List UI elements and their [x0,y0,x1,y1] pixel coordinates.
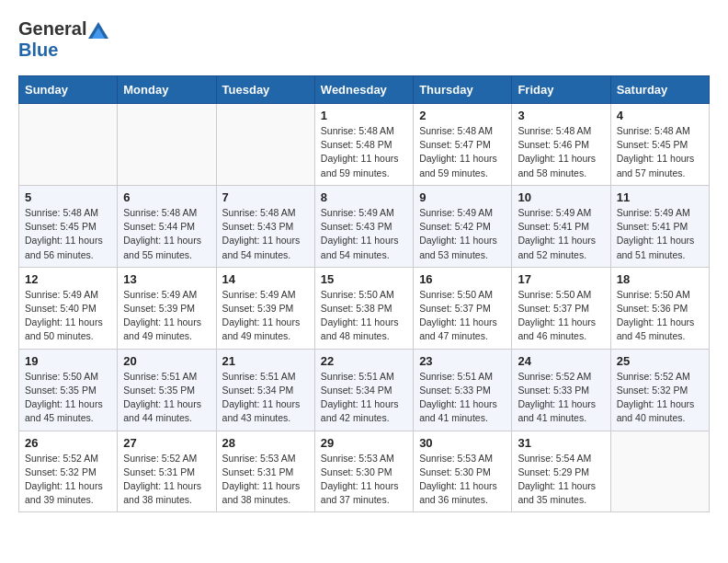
day-number: 6 [123,190,210,204]
calendar-cell: 29Sunrise: 5:53 AMSunset: 5:30 PMDayligh… [314,431,413,512]
day-info: Sunrise: 5:49 AMSunset: 5:39 PMDaylight:… [222,288,309,344]
day-number: 20 [123,354,210,368]
day-info: Sunrise: 5:49 AMSunset: 5:41 PMDaylight:… [518,206,604,262]
day-number: 12 [25,272,111,286]
logo: General Blue [18,18,108,61]
calendar-cell: 6Sunrise: 5:48 AMSunset: 5:44 PMDaylight… [118,185,216,267]
day-number: 23 [419,354,506,368]
day-info: Sunrise: 5:50 AMSunset: 5:37 PMDaylight:… [419,288,506,344]
day-number: 5 [25,190,111,204]
day-info: Sunrise: 5:51 AMSunset: 5:34 PMDaylight:… [222,370,309,426]
day-info: Sunrise: 5:48 AMSunset: 5:45 PMDaylight:… [617,124,703,180]
calendar-cell: 25Sunrise: 5:52 AMSunset: 5:32 PMDayligh… [610,349,709,431]
weekday-header-saturday: Saturday [610,76,709,104]
day-info: Sunrise: 5:49 AMSunset: 5:40 PMDaylight:… [25,288,111,344]
day-number: 9 [419,190,506,204]
calendar-cell: 13Sunrise: 5:49 AMSunset: 5:39 PMDayligh… [118,267,216,349]
day-number: 29 [321,436,407,450]
day-number: 22 [321,354,407,368]
day-info: Sunrise: 5:48 AMSunset: 5:43 PMDaylight:… [222,206,309,262]
calendar-cell [216,104,314,186]
day-info: Sunrise: 5:53 AMSunset: 5:30 PMDaylight:… [321,452,407,508]
calendar-cell: 27Sunrise: 5:52 AMSunset: 5:31 PMDayligh… [118,431,216,512]
calendar-week-5: 26Sunrise: 5:52 AMSunset: 5:32 PMDayligh… [19,431,710,512]
calendar-week-2: 5Sunrise: 5:48 AMSunset: 5:45 PMDaylight… [19,185,710,267]
day-number: 28 [222,436,309,450]
day-number: 15 [321,272,407,286]
calendar-cell: 4Sunrise: 5:48 AMSunset: 5:45 PMDaylight… [610,104,709,186]
day-info: Sunrise: 5:50 AMSunset: 5:36 PMDaylight:… [617,288,703,344]
day-number: 27 [123,436,210,450]
calendar-cell [118,104,216,186]
weekday-header-friday: Friday [512,76,610,104]
calendar-cell: 26Sunrise: 5:52 AMSunset: 5:32 PMDayligh… [19,431,118,512]
day-number: 21 [222,354,309,368]
day-info: Sunrise: 5:49 AMSunset: 5:41 PMDaylight:… [617,206,703,262]
calendar-cell: 14Sunrise: 5:49 AMSunset: 5:39 PMDayligh… [216,267,314,349]
calendar-cell: 5Sunrise: 5:48 AMSunset: 5:45 PMDaylight… [19,185,118,267]
calendar-header-row: SundayMondayTuesdayWednesdayThursdayFrid… [19,76,710,104]
weekday-header-sunday: Sunday [19,76,118,104]
day-number: 4 [617,109,703,122]
calendar-cell: 3Sunrise: 5:48 AMSunset: 5:46 PMDaylight… [512,104,610,186]
calendar-cell: 10Sunrise: 5:49 AMSunset: 5:41 PMDayligh… [512,185,610,267]
day-info: Sunrise: 5:52 AMSunset: 5:31 PMDaylight:… [123,452,210,508]
calendar-week-1: 1Sunrise: 5:48 AMSunset: 5:48 PMDaylight… [19,104,710,186]
calendar-cell: 31Sunrise: 5:54 AMSunset: 5:29 PMDayligh… [512,431,610,512]
day-info: Sunrise: 5:52 AMSunset: 5:32 PMDaylight:… [617,370,703,426]
calendar-cell: 21Sunrise: 5:51 AMSunset: 5:34 PMDayligh… [216,349,314,431]
day-info: Sunrise: 5:51 AMSunset: 5:34 PMDaylight:… [321,370,407,426]
calendar-cell: 24Sunrise: 5:52 AMSunset: 5:33 PMDayligh… [512,349,610,431]
calendar-cell: 15Sunrise: 5:50 AMSunset: 5:38 PMDayligh… [314,267,413,349]
day-info: Sunrise: 5:54 AMSunset: 5:29 PMDaylight:… [518,452,604,508]
day-info: Sunrise: 5:48 AMSunset: 5:45 PMDaylight:… [25,206,111,262]
day-info: Sunrise: 5:48 AMSunset: 5:44 PMDaylight:… [123,206,210,262]
calendar-cell: 1Sunrise: 5:48 AMSunset: 5:48 PMDaylight… [314,104,413,186]
day-info: Sunrise: 5:50 AMSunset: 5:35 PMDaylight:… [25,370,111,426]
day-number: 16 [419,272,506,286]
day-info: Sunrise: 5:53 AMSunset: 5:30 PMDaylight:… [419,452,506,508]
logo-general: General [18,18,86,39]
day-info: Sunrise: 5:50 AMSunset: 5:37 PMDaylight:… [518,288,604,344]
weekday-header-wednesday: Wednesday [314,76,413,104]
calendar-cell: 20Sunrise: 5:51 AMSunset: 5:35 PMDayligh… [118,349,216,431]
calendar-cell: 2Sunrise: 5:48 AMSunset: 5:47 PMDaylight… [414,104,512,186]
day-number: 7 [222,190,309,204]
day-info: Sunrise: 5:48 AMSunset: 5:47 PMDaylight:… [419,124,506,180]
day-info: Sunrise: 5:48 AMSunset: 5:46 PMDaylight:… [518,124,604,180]
day-number: 25 [617,354,703,368]
page-header: General Blue [18,18,710,61]
calendar-cell: 30Sunrise: 5:53 AMSunset: 5:30 PMDayligh… [414,431,512,512]
calendar-week-4: 19Sunrise: 5:50 AMSunset: 5:35 PMDayligh… [19,349,710,431]
day-number: 8 [321,190,407,204]
calendar-cell: 12Sunrise: 5:49 AMSunset: 5:40 PMDayligh… [19,267,118,349]
calendar-cell [610,431,709,512]
day-number: 24 [518,354,604,368]
day-number: 30 [419,436,506,450]
calendar-cell: 19Sunrise: 5:50 AMSunset: 5:35 PMDayligh… [19,349,118,431]
day-number: 17 [518,272,604,286]
calendar-cell: 23Sunrise: 5:51 AMSunset: 5:33 PMDayligh… [414,349,512,431]
calendar-cell: 17Sunrise: 5:50 AMSunset: 5:37 PMDayligh… [512,267,610,349]
calendar-cell: 28Sunrise: 5:53 AMSunset: 5:31 PMDayligh… [216,431,314,512]
day-info: Sunrise: 5:51 AMSunset: 5:33 PMDaylight:… [419,370,506,426]
day-info: Sunrise: 5:49 AMSunset: 5:39 PMDaylight:… [123,288,210,344]
day-info: Sunrise: 5:52 AMSunset: 5:32 PMDaylight:… [25,452,111,508]
day-info: Sunrise: 5:50 AMSunset: 5:38 PMDaylight:… [321,288,407,344]
day-number: 3 [518,109,604,122]
weekday-header-thursday: Thursday [414,76,512,104]
calendar-cell: 16Sunrise: 5:50 AMSunset: 5:37 PMDayligh… [414,267,512,349]
day-number: 31 [518,436,604,450]
day-number: 13 [123,272,210,286]
day-number: 18 [617,272,703,286]
calendar-cell: 22Sunrise: 5:51 AMSunset: 5:34 PMDayligh… [314,349,413,431]
calendar-cell: 8Sunrise: 5:49 AMSunset: 5:43 PMDaylight… [314,185,413,267]
day-number: 19 [25,354,111,368]
day-info: Sunrise: 5:48 AMSunset: 5:48 PMDaylight:… [321,124,407,180]
calendar-week-3: 12Sunrise: 5:49 AMSunset: 5:40 PMDayligh… [19,267,710,349]
logo-blue: Blue [18,40,108,61]
calendar-cell: 9Sunrise: 5:49 AMSunset: 5:42 PMDaylight… [414,185,512,267]
calendar-cell: 18Sunrise: 5:50 AMSunset: 5:36 PMDayligh… [610,267,709,349]
day-number: 10 [518,190,604,204]
day-number: 11 [617,190,703,204]
